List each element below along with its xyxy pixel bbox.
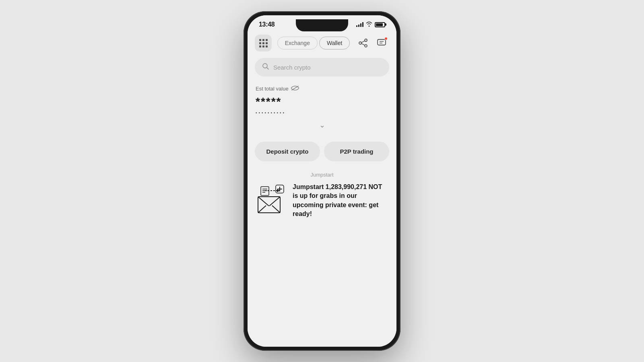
hide-balance-icon[interactable] <box>291 85 299 92</box>
app-content: Exchange Wallet <box>248 31 396 347</box>
status-time: 13:48 <box>259 21 275 28</box>
svg-line-4 <box>361 43 365 45</box>
wifi-icon <box>366 21 372 28</box>
tab-exchange[interactable]: Exchange <box>277 37 318 49</box>
svg-marker-17 <box>277 189 280 192</box>
status-icons <box>356 21 385 28</box>
jumpstart-card[interactable]: Jumpstart 1,283,990,271 NOT is up for gr… <box>255 183 389 220</box>
chat-button[interactable] <box>374 35 389 51</box>
svg-point-1 <box>365 39 367 41</box>
est-label: Est total value <box>256 85 388 92</box>
header-nav: Exchange Wallet <box>248 31 396 56</box>
svg-line-14 <box>258 206 266 213</box>
svg-line-15 <box>272 206 280 213</box>
svg-line-12 <box>258 197 269 206</box>
phone-screen: 13:48 <box>248 15 396 347</box>
balance-section: Est total value ***** •••••••••• ⌄ <box>248 81 396 138</box>
network-icon <box>358 38 368 48</box>
jumpstart-label: Jumpstart <box>255 172 389 178</box>
grid-icon <box>259 39 268 47</box>
tab-wallet[interactable]: Wallet <box>319 37 350 49</box>
battery-icon <box>375 22 385 27</box>
svg-point-2 <box>365 45 367 47</box>
balance-value: ***** <box>256 95 388 108</box>
header-actions <box>355 35 389 51</box>
notification-badge <box>384 37 388 40</box>
svg-line-13 <box>269 197 280 206</box>
svg-rect-5 <box>378 39 386 45</box>
search-bar[interactable]: Search crypto <box>255 58 389 76</box>
jumpstart-section: Jumpstart <box>248 168 396 224</box>
search-placeholder: Search crypto <box>273 64 311 71</box>
svg-line-3 <box>361 41 365 43</box>
nav-tabs: Exchange Wallet <box>275 37 352 49</box>
network-button[interactable] <box>355 35 371 51</box>
expand-icon[interactable]: ⌄ <box>319 121 325 130</box>
p2p-trading-button[interactable]: P2P trading <box>324 142 389 161</box>
phone-wrapper: 13:48 <box>244 11 400 351</box>
jumpstart-illustration <box>255 183 287 220</box>
chevron-row: ⌄ <box>256 121 388 130</box>
search-icon <box>262 63 269 72</box>
signal-icon <box>356 22 363 27</box>
notch <box>296 19 348 31</box>
svg-line-9 <box>267 68 269 70</box>
jumpstart-description: Jumpstart 1,283,990,271 NOT is up for gr… <box>293 183 389 219</box>
action-buttons: Deposit crypto P2P trading <box>248 138 396 168</box>
grid-menu-button[interactable] <box>255 35 272 51</box>
balance-secondary: •••••••••• <box>256 111 388 115</box>
deposit-crypto-button[interactable]: Deposit crypto <box>255 142 320 161</box>
search-container: Search crypto <box>248 56 396 81</box>
svg-point-0 <box>359 42 361 44</box>
